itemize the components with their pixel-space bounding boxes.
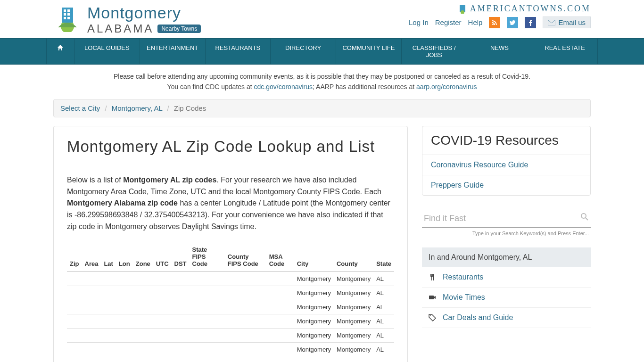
table-header: State (373, 242, 394, 272)
brand-logo[interactable] (53, 4, 82, 33)
aarp-link[interactable]: aarp.org/coronavirus (416, 83, 477, 90)
state-name: ALABAMA (87, 22, 154, 35)
register-link[interactable]: Register (435, 18, 462, 26)
page-title: Montgomery AL Zip Code Lookup and List (67, 138, 394, 156)
tag-icon (429, 314, 437, 321)
svg-point-10 (492, 24, 494, 25)
twitter-icon[interactable] (507, 17, 518, 28)
table-header: Zone (133, 242, 153, 272)
search-box (422, 210, 591, 228)
table-header: State FIPS Code (190, 242, 225, 272)
table-row: MontgomeryMontgomeryAL (67, 314, 394, 328)
around-item-label: Restaurants (443, 273, 483, 281)
table-header: City (294, 242, 334, 272)
nav-directory[interactable]: DIRECTORY (271, 39, 336, 64)
table-row: MontgomeryMontgomeryAL (67, 342, 394, 356)
svg-rect-5 (67, 13, 70, 16)
notice-line2b: ; AARP has additional resources at (313, 83, 416, 90)
mail-icon (548, 20, 555, 25)
crumb-current: Zip Codes (174, 104, 206, 112)
home-icon (57, 44, 64, 51)
table-header: County (334, 242, 373, 272)
nearby-towns-button[interactable]: Nearby Towns (157, 25, 201, 33)
table-row: MontgomeryMontgomeryAL (67, 272, 394, 286)
nav-local-guides[interactable]: LOCAL GUIDES (74, 39, 140, 64)
table-row: MontgomeryMontgomeryAL (67, 286, 394, 300)
email-us-button[interactable]: Email us (543, 16, 591, 28)
search-icon[interactable] (580, 213, 589, 223)
table-header: MSA Code (266, 242, 294, 272)
table-header: Lat (101, 242, 116, 272)
around-item[interactable]: Restaurants (422, 267, 591, 288)
table-row: MontgomeryMontgomeryAL (67, 328, 394, 342)
nav-real-estate[interactable]: REAL ESTATE (532, 39, 598, 64)
site-name[interactable]: AMERICANTOWNS.COM (409, 4, 591, 14)
notice-line2a: You can find CDC updates at (167, 83, 254, 90)
svg-point-12 (581, 214, 586, 218)
site-name-text: AMERICANTOWNS.COM (470, 4, 591, 14)
nav-news[interactable]: NEWS (467, 39, 533, 64)
table-header: Area (82, 242, 101, 272)
around-item[interactable]: Car Deals and Guide (422, 308, 591, 328)
crumb-sep: / (105, 104, 107, 112)
around-item-label: Car Deals and Guide (443, 313, 513, 322)
crumb-select-city[interactable]: Select a City (60, 104, 100, 112)
table-header: UTC (153, 242, 172, 272)
table-header: Lon (116, 242, 133, 272)
covid-link-preppers[interactable]: Preppers Guide (422, 175, 590, 195)
brand: Montgomery ALABAMA Nearby Towns (53, 4, 201, 35)
login-link[interactable]: Log In (409, 18, 429, 26)
fork-icon (429, 273, 437, 281)
svg-rect-6 (64, 17, 66, 19)
breadcrumb: Select a City / Montgomery, AL / Zip Cod… (53, 99, 591, 117)
city-name[interactable]: Montgomery (87, 4, 201, 22)
svg-rect-7 (67, 17, 70, 19)
svg-rect-3 (67, 9, 70, 12)
main-content: Montgomery AL Zip Code Lookup and List B… (53, 126, 408, 362)
search-input[interactable] (422, 210, 591, 228)
svg-rect-2 (64, 9, 66, 12)
svg-rect-14 (429, 296, 434, 299)
svg-line-13 (586, 218, 588, 220)
search-hint: Type in your Search Keyword(s) and Press… (422, 230, 591, 236)
svg-rect-4 (64, 13, 66, 16)
crumb-sep: / (167, 104, 169, 112)
around-title: In and Around Montgomery, AL (422, 247, 591, 267)
around-panel: In and Around Montgomery, AL Restaurants… (422, 247, 591, 328)
covid-panel-title: COVID-19 Resources (422, 126, 590, 155)
around-item[interactable]: Movie Times (422, 288, 591, 308)
main-nav: LOCAL GUIDES ENTERTAINMENT RESTAURANTS D… (0, 38, 644, 65)
around-item-label: Movie Times (443, 293, 485, 302)
table-header: Zip (67, 242, 82, 272)
intro-text: Below is a list of Montgomery AL zip cod… (67, 174, 394, 233)
nav-classifieds[interactable]: CLASSIFIEDS / JOBS (402, 39, 467, 64)
notice-line1: Please call before attending any upcomin… (114, 73, 530, 80)
table-row: MontgomeryMontgomeryAL (67, 300, 394, 314)
nav-entertainment[interactable]: ENTERTAINMENT (140, 39, 206, 64)
nav-restaurants[interactable]: RESTAURANTS (206, 39, 271, 64)
facebook-icon[interactable] (525, 17, 536, 28)
covid-panel: COVID-19 Resources Coronavirus Resource … (422, 126, 591, 196)
email-us-label: Email us (558, 18, 586, 26)
nav-home[interactable] (46, 39, 74, 64)
crumb-city[interactable]: Montgomery, AL (112, 104, 163, 112)
covid-link-guide[interactable]: Coronavirus Resource Guide (422, 155, 590, 175)
table-header: County FIPS Code (225, 242, 266, 272)
cdc-link[interactable]: cdc.gov/coronavirus (254, 83, 313, 90)
covid-notice: Please call before attending any upcomin… (46, 71, 598, 92)
table-header: DST (172, 242, 190, 272)
svg-point-15 (430, 315, 431, 316)
nav-community-life[interactable]: COMMUNITY LIFE (336, 39, 402, 64)
zip-table: ZipAreaLatLonZoneUTCDSTState FIPS CodeCo… (67, 242, 394, 356)
camera-icon (429, 294, 437, 301)
rss-icon[interactable] (489, 17, 500, 28)
help-link[interactable]: Help (468, 18, 483, 26)
